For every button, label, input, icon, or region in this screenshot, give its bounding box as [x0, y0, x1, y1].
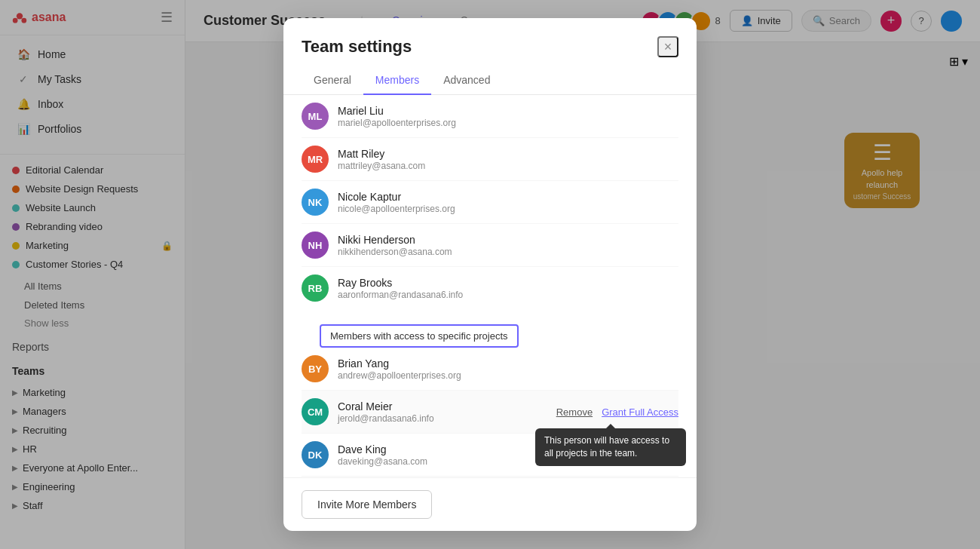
member-email: andrew@apolloenterprises.org [338, 370, 678, 381]
member-row: BY Brian Yang andrew@apolloenterprises.o… [302, 348, 678, 391]
member-row: ML Mariel Liu mariel@apolloenterprises.o… [302, 95, 678, 138]
member-avatar: ML [302, 103, 329, 130]
member-avatar: BY [302, 355, 329, 382]
tab-advanced[interactable]: Advanced [431, 66, 502, 95]
section-label: Members with access to specific projects [320, 324, 519, 348]
member-name: Ray Brooks [338, 277, 678, 289]
member-row: NH Nikki Henderson nikkihenderson@asana.… [302, 224, 678, 267]
member-email: nikkihenderson@asana.com [338, 247, 678, 257]
member-row: NK Nicole Kaptur nicole@apolloenterprise… [302, 181, 678, 224]
member-name: Mariel Liu [338, 105, 678, 117]
member-email: jerold@randasana6.info [338, 413, 547, 424]
dialog-header: Team settings × [283, 18, 697, 57]
dialog-title: Team settings [302, 37, 412, 57]
member-email: mariel@apolloenterprises.org [338, 118, 678, 128]
member-row: RB Ray Brooks aaronforman@randasana6.inf… [302, 267, 678, 309]
member-avatar: NH [302, 232, 329, 259]
dialog-footer: Invite More Members [283, 477, 697, 531]
member-info: Nicole Kaptur nicole@apolloenterprises.o… [338, 191, 678, 214]
member-name: Matt Riley [338, 148, 678, 160]
tab-members[interactable]: Members [363, 66, 431, 95]
member-name: Nicole Kaptur [338, 191, 678, 203]
member-name: Brian Yang [338, 357, 678, 370]
member-avatar: CM [302, 398, 329, 425]
member-row-coral: CM Coral Meier jerold@randasana6.info Re… [302, 391, 678, 434]
member-row: JS Jane Smith trish@randasana6.info [302, 477, 678, 477]
full-members-list: ML Mariel Liu mariel@apolloenterprises.o… [283, 95, 697, 309]
member-info: Brian Yang andrew@apolloenterprises.org [338, 357, 678, 381]
member-info: Coral Meier jerold@randasana6.info [338, 400, 547, 424]
member-avatar: NK [302, 189, 329, 216]
tab-general[interactable]: General [302, 66, 363, 95]
team-settings-dialog: Team settings × General Members Advanced… [283, 18, 697, 531]
close-button[interactable]: × [657, 36, 678, 57]
member-email: aaronforman@randasana6.info [338, 290, 678, 300]
member-info: Ray Brooks aaronforman@randasana6.info [338, 277, 678, 300]
member-actions: Remove Grant Full Access [556, 406, 678, 418]
member-info: Mariel Liu mariel@apolloenterprises.org [338, 105, 678, 128]
member-avatar: DK [302, 441, 329, 468]
member-row: MR Matt Riley mattriley@asana.com [302, 138, 678, 181]
dialog-body: ML Mariel Liu mariel@apolloenterprises.o… [283, 95, 697, 477]
remove-button[interactable]: Remove [556, 406, 593, 418]
section-label-container: Members with access to specific projects [283, 309, 697, 348]
member-name: Coral Meier [338, 400, 547, 413]
dialog-backdrop: Team settings × General Members Advanced… [0, 0, 980, 549]
dialog-tabs: General Members Advanced [283, 66, 697, 95]
member-email: nicole@apolloenterprises.org [338, 204, 678, 214]
member-email: mattriley@asana.com [338, 161, 678, 171]
member-name: Nikki Henderson [338, 234, 678, 246]
member-avatar: RB [302, 274, 329, 302]
member-avatar: MR [302, 146, 329, 173]
member-info: Matt Riley mattriley@asana.com [338, 148, 678, 171]
tooltip: This person will have access to all proj… [535, 428, 686, 466]
member-info: Nikki Henderson nikkihenderson@asana.com [338, 234, 678, 257]
invite-more-members-button[interactable]: Invite More Members [302, 490, 432, 519]
grant-full-access-button[interactable]: Grant Full Access [602, 406, 678, 418]
partial-members-list: BY Brian Yang andrew@apolloenterprises.o… [283, 348, 697, 477]
